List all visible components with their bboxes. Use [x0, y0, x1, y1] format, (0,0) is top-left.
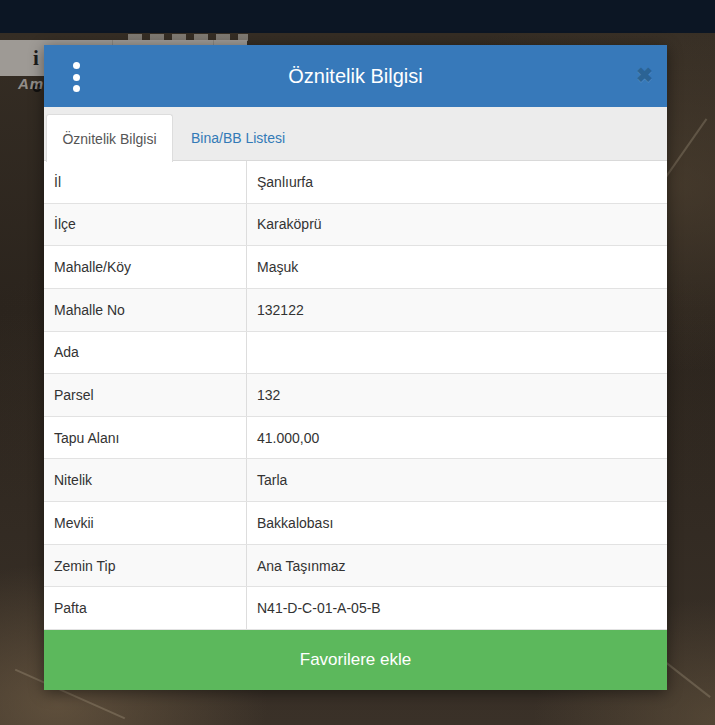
row-label: Mahalle/Köy	[44, 246, 247, 288]
table-row: Tapu Alanı 41.000,00	[44, 417, 667, 460]
table-row: Mahalle No 132122	[44, 289, 667, 332]
row-label: Mevkii	[44, 502, 247, 544]
row-value	[247, 332, 667, 374]
add-to-favorites-button[interactable]: Favorilere ekle	[44, 630, 667, 690]
attribute-table: İl Şanlıurfa İlçe Karaköprü Mahalle/Köy …	[44, 161, 667, 630]
row-label: Parsel	[44, 374, 247, 416]
row-label: Tapu Alanı	[44, 417, 247, 459]
row-value: Ana Taşınmaz	[247, 545, 667, 587]
table-row: Zemin Tip Ana Taşınmaz	[44, 545, 667, 588]
row-value: 41.000,00	[247, 417, 667, 459]
row-value: Karaköprü	[247, 204, 667, 246]
dialog-header: Öznitelik Bilgisi ✖	[44, 45, 667, 107]
tab-bina-bb-listesi[interactable]: Bina/BB Listesi	[174, 114, 302, 161]
row-value: 132	[247, 374, 667, 416]
table-row: Ada	[44, 332, 667, 375]
table-row: İl Şanlıurfa	[44, 161, 667, 204]
info-icon[interactable]: i	[26, 44, 46, 72]
row-value: Bakkalobası	[247, 502, 667, 544]
tab-bar: Öznitelik Bilgisi Bina/BB Listesi	[44, 107, 667, 161]
row-label: Nitelik	[44, 459, 247, 501]
row-value: Şanlıurfa	[247, 161, 667, 203]
table-row: Pafta N41-D-C-01-A-05-B	[44, 587, 667, 630]
close-icon[interactable]: ✖	[636, 45, 653, 107]
row-label: Ada	[44, 332, 247, 374]
table-row: Mahalle/Köy Maşuk	[44, 246, 667, 289]
row-value: 132122	[247, 289, 667, 331]
tab-oznitelik-bilgisi[interactable]: Öznitelik Bilgisi	[46, 114, 173, 162]
row-value: Tarla	[247, 459, 667, 501]
top-navigation-bar	[0, 0, 715, 33]
row-label: Pafta	[44, 587, 247, 629]
row-label: İlçe	[44, 204, 247, 246]
table-row: Mevkii Bakkalobası	[44, 502, 667, 545]
map-label-fragment: Am	[18, 75, 44, 92]
dialog-title: Öznitelik Bilgisi	[44, 45, 667, 107]
table-row: İlçe Karaköprü	[44, 204, 667, 247]
table-row: Parsel 132	[44, 374, 667, 417]
row-value: N41-D-C-01-A-05-B	[247, 587, 667, 629]
row-value: Maşuk	[247, 246, 667, 288]
row-label: İl	[44, 161, 247, 203]
table-row: Nitelik Tarla	[44, 459, 667, 502]
row-label: Mahalle No	[44, 289, 247, 331]
row-label: Zemin Tip	[44, 545, 247, 587]
attribute-info-dialog: Öznitelik Bilgisi ✖ Öznitelik Bilgisi Bi…	[44, 45, 667, 690]
